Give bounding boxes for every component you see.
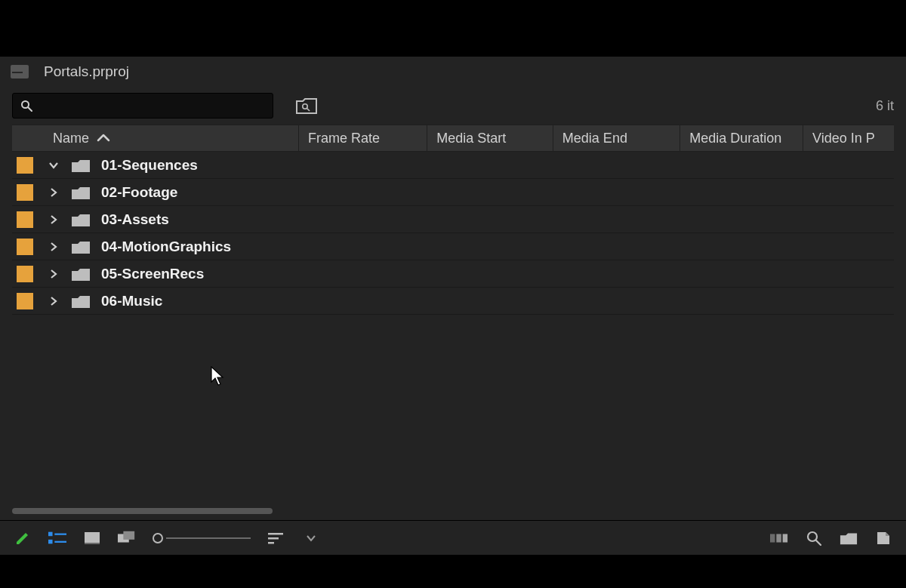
project-search-input[interactable] — [39, 99, 265, 113]
slider-knob-icon[interactable] — [153, 533, 163, 543]
svg-rect-4 — [48, 531, 53, 536]
bin-name[interactable]: 01-Sequences — [101, 157, 198, 174]
bin-label-swatch[interactable] — [17, 184, 33, 201]
svg-point-18 — [808, 532, 817, 541]
folder-icon — [71, 185, 91, 200]
list-view-icon[interactable] — [48, 529, 66, 547]
svg-rect-9 — [85, 543, 100, 544]
project-list-body[interactable]: 01-Sequences02-Footage03-Assets04-Motion… — [12, 152, 894, 506]
project-item-count: 6 it — [876, 98, 894, 114]
svg-rect-15 — [770, 534, 775, 542]
folder-icon — [71, 212, 91, 227]
bin-label-swatch[interactable] — [17, 293, 33, 309]
svg-rect-13 — [268, 537, 279, 540]
svg-rect-11 — [123, 531, 134, 539]
bin-name[interactable]: 04-MotionGraphics — [101, 239, 231, 255]
project-filename: Portals.prproj — [44, 63, 129, 80]
svg-rect-16 — [776, 534, 781, 542]
sort-menu-icon[interactable] — [267, 529, 285, 547]
icon-view-icon[interactable] — [83, 529, 101, 547]
column-header-video-in[interactable]: Video In P — [803, 125, 894, 151]
chevron-right-icon[interactable] — [47, 294, 60, 308]
bin-label-swatch[interactable] — [17, 211, 33, 228]
project-panel-toolbar — [0, 520, 906, 555]
new-search-bin-icon[interactable] — [296, 97, 317, 114]
svg-rect-17 — [783, 534, 787, 542]
folder-icon — [71, 158, 91, 173]
column-header-media-end[interactable]: Media End — [553, 125, 680, 151]
bin-row[interactable]: 05-ScreenRecs — [12, 260, 894, 288]
panel-tab-icon — [11, 65, 29, 79]
bin-row[interactable]: 06-Music — [12, 288, 894, 315]
project-search-row: 6 it — [0, 87, 906, 125]
project-list: Name Frame Rate Media Start Media End Me… — [12, 125, 894, 506]
chevron-right-icon[interactable] — [47, 213, 60, 226]
column-header-media-duration[interactable]: Media Duration — [680, 125, 803, 151]
svg-rect-8 — [85, 532, 100, 543]
sort-menu-chevron-icon[interactable] — [302, 529, 320, 547]
bin-row[interactable]: 04-MotionGraphics — [12, 233, 894, 260]
svg-line-1 — [28, 107, 32, 111]
bin-label-swatch[interactable] — [17, 157, 33, 174]
svg-point-2 — [303, 104, 307, 109]
svg-line-3 — [307, 109, 310, 112]
bin-row[interactable]: 03-Assets — [12, 206, 894, 233]
column-header-name[interactable]: Name — [12, 125, 299, 151]
scrollbar-thumb[interactable] — [12, 508, 273, 514]
project-horizontal-scrollbar[interactable] — [12, 506, 894, 516]
project-panel: Portals.prproj 6 it Name — [0, 57, 906, 555]
project-search-field[interactable] — [12, 93, 273, 119]
column-label: Name — [53, 131, 89, 146]
slider-track — [166, 537, 251, 539]
folder-icon — [71, 266, 91, 282]
svg-line-19 — [816, 540, 821, 545]
new-item-icon[interactable] — [874, 529, 892, 547]
bin-row[interactable]: 01-Sequences — [12, 152, 894, 179]
bin-name[interactable]: 03-Assets — [101, 211, 169, 228]
search-icon — [20, 100, 32, 112]
bin-label-swatch[interactable] — [17, 266, 33, 282]
folder-icon — [71, 239, 91, 254]
svg-rect-5 — [54, 533, 66, 534]
bin-name[interactable]: 05-ScreenRecs — [101, 266, 204, 282]
thumbnail-size-slider[interactable] — [153, 533, 251, 543]
svg-rect-6 — [48, 539, 53, 543]
freeform-view-icon[interactable] — [118, 529, 136, 547]
bin-name[interactable]: 02-Footage — [101, 184, 177, 201]
svg-rect-7 — [54, 540, 66, 542]
svg-rect-12 — [268, 533, 283, 535]
column-header-frame-rate[interactable]: Frame Rate — [299, 125, 427, 151]
find-icon[interactable] — [805, 529, 823, 547]
bin-name[interactable]: 06-Music — [101, 293, 162, 309]
folder-icon — [71, 294, 91, 309]
chevron-down-icon[interactable] — [47, 159, 60, 172]
automate-to-sequence-icon[interactable] — [770, 529, 788, 547]
project-panel-header: Portals.prproj — [0, 57, 906, 87]
project-list-header: Name Frame Rate Media Start Media End Me… — [12, 125, 894, 152]
column-header-media-start[interactable]: Media Start — [427, 125, 553, 151]
bin-row[interactable]: 02-Footage — [12, 179, 894, 206]
bin-label-swatch[interactable] — [17, 239, 33, 255]
chevron-right-icon[interactable] — [47, 267, 60, 281]
writable-pencil-icon[interactable] — [14, 529, 32, 547]
chevron-right-icon[interactable] — [47, 240, 60, 254]
chevron-right-icon[interactable] — [47, 186, 60, 199]
sort-ascending-icon — [97, 134, 110, 143]
svg-rect-14 — [268, 542, 274, 544]
new-bin-icon[interactable] — [840, 529, 858, 547]
